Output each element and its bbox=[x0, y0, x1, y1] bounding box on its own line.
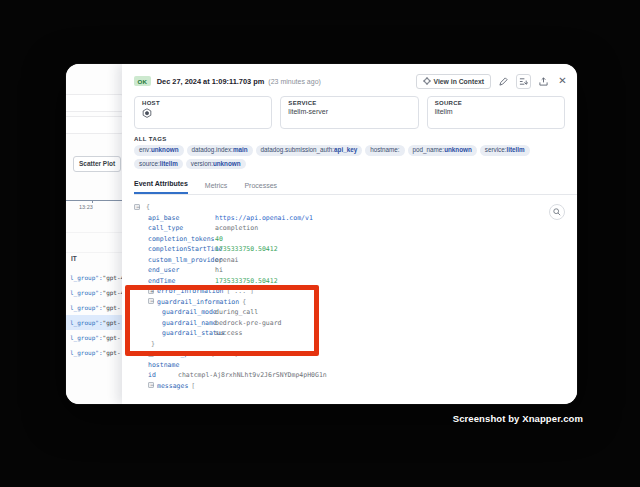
timeline-axis bbox=[66, 200, 126, 201]
json-key: guardrail_information bbox=[157, 298, 239, 306]
info-box-value bbox=[142, 108, 264, 119]
collapse-icon[interactable] bbox=[148, 382, 154, 388]
json-row-guardrail_status: guardrail_statussuccess bbox=[134, 328, 565, 339]
json-key: custom_llm_provider bbox=[148, 256, 222, 264]
json-value[interactable]: https://api.openai.com/v1 bbox=[215, 213, 313, 224]
json-value: { bbox=[242, 298, 246, 306]
close-icon[interactable]: ✕ bbox=[556, 75, 569, 88]
tag-pill[interactable]: version:unknown bbox=[186, 159, 246, 170]
event-list-item[interactable]: l_group":"gpt-4o bbox=[66, 285, 126, 300]
json-key: guardrail_mode bbox=[162, 308, 217, 316]
json-value: [ ... ] bbox=[227, 287, 254, 295]
json-row-completionStartTime: completionStartTime1735333750.50412 bbox=[134, 244, 565, 255]
json-key: endTime bbox=[148, 277, 175, 285]
events-list-header: IT bbox=[71, 255, 77, 262]
host-service-source-row: HOSTSERVICElitellm-serverSOURCElitellm bbox=[134, 96, 565, 129]
json-key: hidden_params bbox=[157, 350, 208, 358]
event-relative-time: (23 minutes ago) bbox=[268, 78, 321, 85]
event-list-item[interactable]: l_group":"gpt- bbox=[66, 315, 126, 330]
info-box-value: litellm-server bbox=[288, 108, 410, 115]
json-row[interactable]: { bbox=[134, 202, 565, 213]
info-box-host: HOST bbox=[134, 96, 272, 129]
json-row-hidden_params[interactable]: hidden_params[ ... ] bbox=[134, 349, 565, 360]
info-box-label: SERVICE bbox=[288, 100, 410, 106]
tag-pill[interactable]: datadog.submission_auth:api_key bbox=[256, 145, 363, 156]
json-key: completion_tokens bbox=[148, 235, 215, 243]
json-key: end_user bbox=[148, 266, 179, 274]
json-value: } bbox=[151, 340, 155, 348]
json-key: hostname bbox=[148, 361, 179, 369]
json-key: messages bbox=[157, 382, 188, 390]
edit-pencil-icon[interactable] bbox=[497, 75, 510, 88]
event-attributes-json: {api_basehttps://api.openai.com/v1call_t… bbox=[134, 202, 565, 404]
view-in-context-button[interactable]: View in Context bbox=[416, 74, 491, 89]
info-box-label: HOST bbox=[142, 100, 264, 106]
scope-icon bbox=[423, 77, 431, 85]
tag-pill[interactable]: datadog.index:main bbox=[187, 145, 253, 156]
json-key: api_base bbox=[148, 214, 179, 222]
json-value: bedrock-pre-guard bbox=[215, 318, 282, 329]
json-key: id bbox=[148, 371, 156, 379]
info-box-value: litellm bbox=[435, 108, 557, 115]
json-row-guardrail_information[interactable]: guardrail_information{ bbox=[134, 297, 565, 308]
faded-row bbox=[66, 116, 124, 134]
tag-pill[interactable]: env:unknown bbox=[134, 145, 184, 156]
related-logs-icon[interactable] bbox=[516, 74, 531, 89]
export-icon[interactable] bbox=[537, 75, 550, 88]
screenshot-stage: Scatter Plot 13:23 IT l_group":"gpt-4ol_… bbox=[0, 0, 640, 487]
json-value: 1735333750.50412 bbox=[215, 244, 278, 255]
search-button[interactable] bbox=[549, 204, 565, 220]
json-row-error_information[interactable]: error_information[ ... ] bbox=[134, 286, 565, 297]
event-list-item[interactable]: l_group":"gpt- bbox=[66, 330, 126, 345]
status-badge: OK bbox=[134, 76, 151, 86]
json-value: acompletion bbox=[215, 223, 258, 234]
faded-row bbox=[66, 94, 124, 112]
json-row-guardrail_name: guardrail_namebedrock-pre-guard bbox=[134, 318, 565, 329]
event-timestamp: Dec 27, 2024 at 1:09:11.703 pm bbox=[157, 77, 265, 86]
collapse-icon[interactable] bbox=[148, 298, 154, 304]
collapse-icon[interactable] bbox=[134, 204, 140, 210]
tag-pill[interactable]: source:litellm bbox=[134, 159, 183, 170]
json-row-hostname: hostname bbox=[134, 360, 565, 371]
tag-pill[interactable]: hostname: bbox=[365, 145, 404, 156]
expand-icon[interactable] bbox=[148, 288, 154, 294]
background-app-strip: Scatter Plot 13:23 IT l_group":"gpt-4ol_… bbox=[66, 64, 126, 404]
event-list-item[interactable]: l_group":"gpt- bbox=[66, 300, 126, 315]
event-list-item[interactable]: l_group":"gpt-4o bbox=[66, 270, 126, 285]
json-key: call_type bbox=[148, 224, 183, 232]
all-tags-label: ALL TAGS bbox=[134, 136, 565, 142]
json-value: success bbox=[215, 328, 242, 339]
app-window: Scatter Plot 13:23 IT l_group":"gpt-4ol_… bbox=[66, 64, 577, 404]
search-icon bbox=[553, 208, 561, 216]
json-value: { bbox=[146, 203, 150, 211]
tag-pill[interactable]: pod_name:unknown bbox=[408, 145, 477, 156]
tab-processes[interactable]: Processes bbox=[244, 182, 277, 194]
json-row-guardrail_mode: guardrail_modeduring_call bbox=[134, 307, 565, 318]
json-value: openai bbox=[215, 255, 238, 266]
json-value: 1735333750.50412 bbox=[215, 276, 278, 287]
json-row-messages[interactable]: messages[ bbox=[134, 381, 565, 392]
json-row: } bbox=[134, 339, 565, 350]
info-box-source: SOURCElitellm bbox=[427, 96, 565, 129]
watermark-text: Screenshot by Xnapper.com bbox=[453, 413, 583, 424]
tab-metrics[interactable]: Metrics bbox=[205, 182, 228, 194]
json-row-custom_llm_provider: custom_llm_provideropenai bbox=[134, 255, 565, 266]
json-value: 40 bbox=[215, 234, 223, 245]
json-key: guardrail_name bbox=[162, 319, 217, 327]
event-header: OK Dec 27, 2024 at 1:09:11.703 pm (23 mi… bbox=[134, 72, 569, 90]
expand-icon[interactable] bbox=[148, 351, 154, 357]
host-hexagon-icon bbox=[142, 108, 152, 119]
json-value: hi bbox=[215, 265, 223, 276]
json-row-completion_tokens: completion_tokens40 bbox=[134, 234, 565, 245]
tag-pill[interactable]: service:litellm bbox=[480, 145, 530, 156]
scatter-plot-button[interactable]: Scatter Plot bbox=[73, 156, 121, 172]
json-value: during_call bbox=[215, 307, 258, 318]
event-list-item[interactable]: l_group":"gpt- bbox=[66, 345, 126, 360]
timeline-tick bbox=[92, 200, 93, 203]
tab-event-attributes[interactable]: Event Attributes bbox=[134, 180, 188, 194]
header-actions: View in Context ✕ bbox=[416, 74, 569, 89]
detail-tabs: Event AttributesMetricsProcesses bbox=[134, 176, 577, 195]
events-list: l_group":"gpt-4ol_group":"gpt-4ol_group"… bbox=[66, 270, 126, 360]
json-row-endTime: endTime1735333750.50412 bbox=[134, 276, 565, 287]
json-value: [ ... ] bbox=[211, 350, 238, 358]
